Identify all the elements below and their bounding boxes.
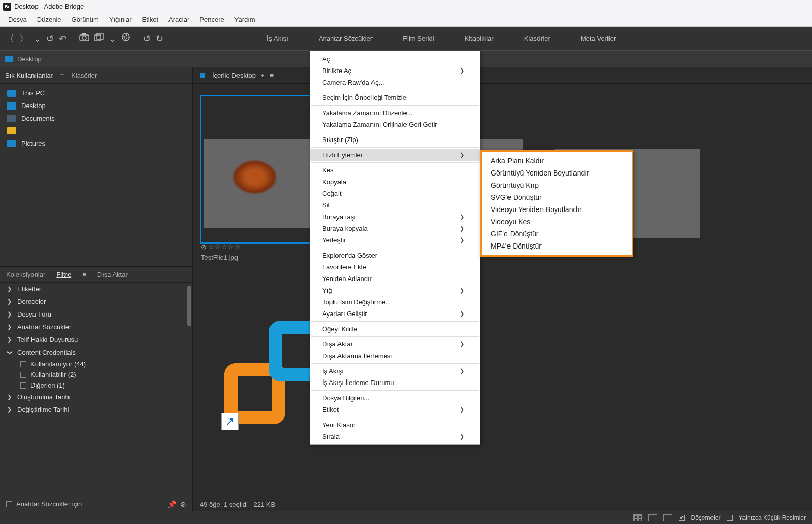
context-menu-item[interactable]: Sil: [310, 199, 480, 211]
back-icon[interactable]: 〈: [5, 32, 14, 45]
hamburger-icon-3[interactable]: ≡: [270, 72, 274, 79]
filter-content-credentials[interactable]: ❯Content Credentials: [0, 346, 192, 359]
context-menu-item[interactable]: Çoğalt: [310, 188, 480, 199]
menu-yardim[interactable]: Yardım: [229, 14, 260, 25]
context-menu-item[interactable]: İş Akışı İlerleme Durumu: [310, 377, 480, 389]
tab-folders[interactable]: Klasörler: [71, 72, 97, 79]
tab-filter[interactable]: Filtre: [56, 271, 71, 278]
menu-etiket[interactable]: Etiket: [137, 14, 164, 25]
fav-this-pc[interactable]: This PC: [0, 87, 192, 99]
recent-dropdown-icon[interactable]: ⌄: [33, 33, 41, 44]
context-menu-item[interactable]: Yerleştir❯: [310, 234, 480, 246]
context-menu-item[interactable]: Favorilere Ekle: [310, 261, 480, 273]
tab-export[interactable]: Dışa Aktar: [97, 271, 128, 278]
context-menu-item[interactable]: Camera Raw'da Aç...: [310, 77, 480, 88]
pin-icon[interactable]: 📌: [167, 500, 176, 508]
add-tab-icon[interactable]: +: [261, 72, 265, 79]
fav-pictures[interactable]: Pictures: [0, 137, 192, 150]
aperture-icon[interactable]: [121, 32, 130, 44]
context-menu-item[interactable]: Yakalama Zamanını Düzenle...: [310, 107, 480, 119]
context-menu-item[interactable]: Yeniden Adlandır: [310, 273, 480, 285]
context-menu-item[interactable]: Hızlı Eylemler❯: [310, 149, 480, 161]
tab-favorites[interactable]: Sık Kullanılanlar: [5, 72, 53, 79]
menu-yiginlar[interactable]: Yığınlar: [104, 14, 137, 25]
context-menu-item[interactable]: Buraya taşı❯: [310, 211, 480, 223]
context-menu-item[interactable]: Kes: [310, 164, 480, 176]
ws-tab-libraries[interactable]: Kitaplıklar: [465, 34, 494, 42]
context-menu-item[interactable]: Dışa Aktarma İlerlemesi: [310, 350, 480, 362]
filter-dosya-turu[interactable]: ❯Dosya Türü: [0, 308, 192, 321]
context-menu-item[interactable]: Dışa Aktar❯: [310, 338, 480, 350]
path-text[interactable]: Desktop: [17, 55, 42, 63]
forward-icon[interactable]: 〉: [19, 32, 28, 45]
ws-tab-workflow[interactable]: İş Akışı: [267, 34, 288, 42]
submenu-item[interactable]: Arka Planı Kaldır: [482, 155, 632, 167]
context-menu-item[interactable]: Kopyala: [310, 176, 480, 188]
details-view-icon[interactable]: [663, 514, 672, 521]
submenu-item[interactable]: Görüntüyü Kırp: [482, 179, 632, 191]
menu-gorunum[interactable]: Görünüm: [66, 14, 104, 25]
menu-pencere[interactable]: Pencere: [194, 14, 229, 25]
filter-sub-unavailable[interactable]: Kullanılamıyor (44): [0, 359, 192, 369]
submenu-item[interactable]: SVG'e Dönüştür: [482, 191, 632, 203]
context-menu-item[interactable]: Birlikte Aç❯: [310, 65, 480, 77]
content-tab-label[interactable]: İçerik: Desktop: [212, 72, 256, 79]
list-view-icon[interactable]: [648, 514, 657, 521]
checkbox-tiles[interactable]: ✔: [679, 515, 685, 521]
stack-icon[interactable]: [94, 33, 104, 44]
hamburger-icon-2[interactable]: ≡: [82, 271, 86, 278]
fav-desktop[interactable]: Desktop: [0, 99, 192, 112]
context-menu-item[interactable]: Seçim İçin Önbelleği Temizle: [310, 92, 480, 103]
boomerang-icon[interactable]: ↶: [59, 33, 66, 44]
grid-view-icon[interactable]: [633, 514, 642, 521]
star-rating[interactable]: ☆☆☆☆☆: [208, 243, 241, 251]
context-menu-item[interactable]: Öğeyi Kilitle: [310, 323, 480, 335]
thumbnail-grid[interactable]: ⊘☆☆☆☆☆ TestFile1.jpg TestFile2.png ↗: [193, 84, 812, 498]
context-menu-item[interactable]: Toplu İsim Değiştirme...: [310, 296, 480, 308]
context-menu-item[interactable]: Dosya Bilgileri...: [310, 392, 480, 404]
context-menu-item[interactable]: Sırala❯: [310, 431, 480, 442]
rotate-cw-icon[interactable]: ↻: [156, 33, 163, 44]
camera-icon[interactable]: [79, 33, 89, 44]
submenu-item[interactable]: Görüntüyü Yeniden Boyutlandır: [482, 167, 632, 179]
context-menu-item[interactable]: Ayarları Geliştir❯: [310, 308, 480, 320]
ws-tab-folders[interactable]: Klasörler: [524, 34, 550, 42]
filter-etiketler[interactable]: ❯Etiketler: [0, 283, 192, 295]
filter-olusturulma[interactable]: ❯Oluşturulma Tarihi: [0, 391, 192, 403]
context-menu-item[interactable]: Explorer'da Göster: [310, 250, 480, 261]
ws-tab-keywords[interactable]: Anahtar Sözcükler: [319, 34, 373, 42]
context-menu-item[interactable]: Sıkıştır (Zip): [310, 134, 480, 146]
filter-dereceler[interactable]: ❯Dereceler: [0, 295, 192, 308]
submenu-item[interactable]: Videoyu Kes: [482, 216, 632, 228]
ws-tab-filmstrip[interactable]: Film Şeridi: [403, 34, 434, 42]
filter-anahtar-sozcukler[interactable]: ❯Anahtar Sözcükler: [0, 321, 192, 333]
fav-documents[interactable]: Documents: [0, 112, 192, 125]
checkbox-icon[interactable]: [20, 382, 26, 389]
filter-sub-available[interactable]: Kullanılabilir (2): [0, 369, 192, 380]
menu-duzenle[interactable]: Düzenle: [32, 14, 66, 25]
checkbox-icon[interactable]: [20, 361, 26, 367]
filter-sub-others[interactable]: Diğerleri (1): [0, 380, 192, 391]
context-menu-item[interactable]: Aç: [310, 53, 480, 65]
checkbox-thumbs-only[interactable]: [727, 515, 733, 521]
checkbox-icon[interactable]: [20, 372, 26, 378]
filter-degistirilme[interactable]: ❯Değiştirilme Tarihi: [0, 403, 192, 416]
context-menu-item[interactable]: Yığ❯: [310, 285, 480, 296]
dropdown-icon[interactable]: ⌄: [109, 33, 116, 44]
rotate-ccw-icon[interactable]: ↺: [143, 33, 151, 44]
menu-araclar[interactable]: Araçlar: [163, 14, 194, 25]
context-menu-item[interactable]: İş Akışı❯: [310, 365, 480, 377]
submenu-item[interactable]: MP4'e Dönüştür: [482, 240, 632, 252]
fav-folder[interactable]: [0, 125, 192, 137]
menu-dosya[interactable]: Dosya: [3, 14, 32, 25]
scrollbar-thumb[interactable]: [187, 286, 191, 326]
tab-collections[interactable]: Koleksiyonlar: [6, 271, 45, 278]
submenu-item[interactable]: Videoyu Yeniden Boyutlandır: [482, 203, 632, 216]
ws-tab-metadata[interactable]: Meta Veriler: [581, 34, 616, 42]
reject-icon[interactable]: ⊘: [201, 243, 207, 251]
history-icon[interactable]: ↺: [46, 33, 54, 44]
submenu-item[interactable]: GIF'e Dönüştür: [482, 228, 632, 240]
context-menu-item[interactable]: Yakalama Zamanını Orijinale Geri Getir: [310, 119, 480, 130]
context-menu-item[interactable]: Yeni Klasör: [310, 419, 480, 431]
filter-telif[interactable]: ❯Telif Hakkı Duyurusu: [0, 333, 192, 346]
